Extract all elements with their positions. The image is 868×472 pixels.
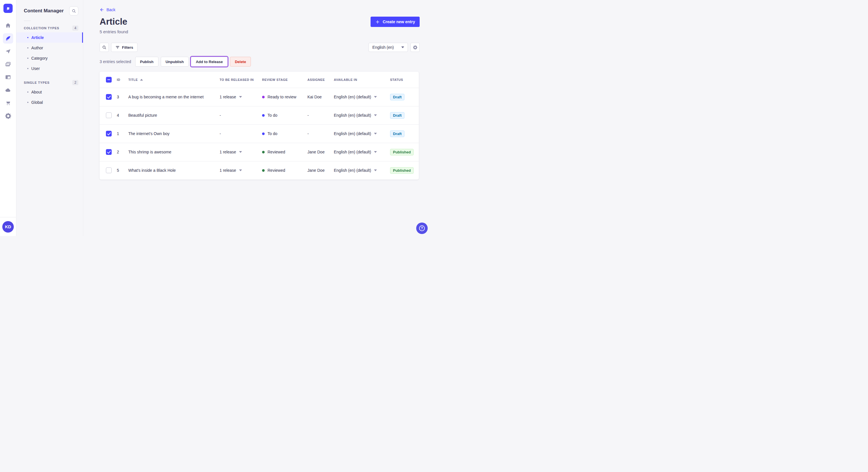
search-button[interactable] <box>100 43 109 52</box>
locale-caret-icon <box>374 169 377 171</box>
column-header-assignee[interactable]: ASSIGNEE <box>307 72 334 88</box>
single-types-label: SINGLE TYPES <box>24 81 50 84</box>
column-header-title[interactable]: TITLE <box>128 72 220 88</box>
cell-available-in[interactable]: English (en) (default) <box>334 150 390 154</box>
sort-ascending-icon <box>140 79 143 80</box>
stage-dot <box>262 133 265 135</box>
single-types-count: 2 <box>72 80 79 85</box>
release-caret-icon <box>239 151 242 153</box>
media-library-icon[interactable] <box>3 59 13 69</box>
column-header-status[interactable]: STATUS <box>390 72 419 88</box>
row-checkbox[interactable] <box>106 94 112 100</box>
column-header-available-in[interactable]: AVAILABLE IN <box>334 72 390 88</box>
selection-bar: 3 entries selected Publish Unpublish Add… <box>100 57 420 67</box>
release-caret-icon <box>239 96 242 98</box>
cell-review-stage: Ready to review <box>262 95 307 99</box>
sidebar-item-global[interactable]: Global <box>17 97 83 107</box>
cell-assignee: Jane Doe <box>307 161 334 179</box>
cell-assignee: Jane Doe <box>307 143 334 161</box>
locale-select[interactable]: English (en) <box>369 43 408 52</box>
status-badge: Draft <box>390 131 404 137</box>
strapi-logo-icon[interactable] <box>3 4 12 13</box>
table-row[interactable]: 1 The internet's Own boy - To do - Engli… <box>100 125 419 143</box>
row-checkbox[interactable] <box>106 131 112 136</box>
cell-id: 2 <box>117 143 128 161</box>
chevron-down-icon <box>401 46 404 48</box>
bullet-icon <box>27 47 28 48</box>
sidebar-item-about[interactable]: About <box>17 87 83 97</box>
sidebar-item-user[interactable]: User <box>17 63 83 74</box>
sidebar-item-article[interactable]: Article <box>17 32 83 43</box>
locale-caret-icon <box>374 96 377 98</box>
table-header-row: ID TITLE TO BE RELEASED IN REVIEW STAGE … <box>100 72 419 88</box>
cell-id: 1 <box>117 125 128 143</box>
cell-review-stage: To do <box>262 113 307 117</box>
home-icon[interactable] <box>3 20 13 31</box>
table-row[interactable]: 2 This shrimp is awesome 1 release Revie… <box>100 143 419 161</box>
release-caret-icon <box>239 169 242 171</box>
bullet-icon <box>27 58 28 59</box>
subnav-title: Content Manager <box>24 8 64 14</box>
cell-release[interactable]: 1 release <box>220 150 262 154</box>
publish-button[interactable]: Publish <box>135 57 158 67</box>
cell-title: A bug is becoming a meme on the internet <box>128 88 220 106</box>
cell-title: The internet's Own boy <box>128 125 220 143</box>
releases-paper-plane-icon[interactable] <box>3 46 13 57</box>
cell-available-in[interactable]: English (en) (default) <box>334 168 390 173</box>
cell-release[interactable]: - <box>220 131 262 136</box>
content-type-builder-icon[interactable] <box>3 72 13 82</box>
main-nav-rail: KD <box>0 0 17 236</box>
view-settings-button[interactable] <box>410 43 420 52</box>
collection-types-count: 4 <box>72 26 79 31</box>
locale-caret-icon <box>374 133 377 134</box>
row-checkbox[interactable] <box>106 149 112 155</box>
cell-available-in[interactable]: English (en) (default) <box>334 113 390 117</box>
marketplace-cart-icon[interactable] <box>3 98 13 108</box>
table-row[interactable]: 3 A bug is becoming a meme on the intern… <box>100 88 419 106</box>
subnav-search-button[interactable] <box>69 6 79 15</box>
status-badge: Published <box>390 149 414 156</box>
content-manager-subnav: Content Manager COLLECTION TYPES 4 Artic… <box>17 0 83 236</box>
filters-button[interactable]: Filters <box>111 43 137 52</box>
selected-count-text: 3 entries selected <box>100 59 131 64</box>
column-header-review-stage[interactable]: REVIEW STAGE <box>262 72 307 88</box>
entries-count: 5 entries found <box>100 29 420 34</box>
cell-release[interactable]: - <box>220 113 262 117</box>
cell-available-in[interactable]: English (en) (default) <box>334 95 390 99</box>
question-mark-icon: ? <box>419 225 425 231</box>
sidebar-item-author[interactable]: Author <box>17 43 83 53</box>
cell-id: 3 <box>117 88 128 106</box>
user-avatar[interactable]: KD <box>2 221 14 233</box>
stage-dot <box>262 96 265 98</box>
column-header-id[interactable]: ID <box>117 72 128 88</box>
column-header-release[interactable]: TO BE RELEASED IN <box>220 72 262 88</box>
sidebar-item-category[interactable]: Category <box>17 53 83 63</box>
delete-button[interactable]: Delete <box>230 57 251 67</box>
content-manager-feather-icon[interactable] <box>3 33 13 43</box>
locale-caret-icon <box>374 114 377 116</box>
create-new-entry-button[interactable]: Create new entry <box>371 16 420 27</box>
select-all-checkbox[interactable] <box>106 77 112 82</box>
table-row[interactable]: 4 Beautiful picture - To do - English (e… <box>100 106 419 125</box>
add-to-release-button[interactable]: Add to Release <box>191 57 228 67</box>
help-button[interactable]: ? <box>416 223 428 234</box>
bullet-icon <box>27 92 28 93</box>
unpublish-button[interactable]: Unpublish <box>161 57 189 67</box>
row-checkbox[interactable] <box>106 112 112 118</box>
row-checkbox[interactable] <box>106 167 112 173</box>
cell-release[interactable]: 1 release <box>220 168 262 173</box>
divider <box>24 21 31 21</box>
back-arrow-icon <box>100 7 104 12</box>
table-row[interactable]: 5 What's inside a Black Hole 1 release R… <box>100 161 419 179</box>
back-link[interactable]: Back <box>100 7 115 12</box>
cell-available-in[interactable]: English (en) (default) <box>334 131 390 136</box>
cloud-icon[interactable] <box>3 85 13 95</box>
cell-title: This shrimp is awesome <box>128 143 220 161</box>
status-badge: Published <box>390 167 414 174</box>
cell-release[interactable]: 1 release <box>220 95 262 99</box>
entries-table: ID TITLE TO BE RELEASED IN REVIEW STAGE … <box>100 72 419 179</box>
rail-footer: KD <box>0 217 16 236</box>
stage-dot <box>262 114 265 117</box>
plus-icon <box>375 20 380 24</box>
settings-gear-icon[interactable] <box>3 111 13 121</box>
